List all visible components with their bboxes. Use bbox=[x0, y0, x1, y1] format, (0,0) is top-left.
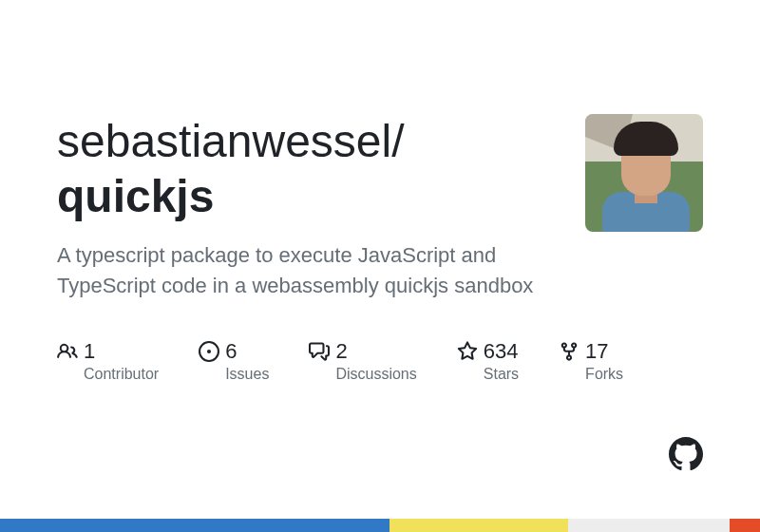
github-logo-icon[interactable] bbox=[669, 437, 703, 471]
star-icon bbox=[457, 341, 478, 362]
stars-count: 634 bbox=[484, 339, 519, 364]
discussions-label: Discussions bbox=[335, 366, 416, 383]
repo-title: sebastianwessel/ quickjs bbox=[57, 114, 560, 223]
repo-forked-icon bbox=[559, 341, 580, 362]
stars-label: Stars bbox=[484, 366, 519, 383]
language-bar bbox=[0, 519, 760, 532]
stat-contributors[interactable]: 1 Contributor bbox=[57, 339, 159, 383]
forks-count: 17 bbox=[585, 339, 608, 364]
stat-discussions[interactable]: 2 Discussions bbox=[309, 339, 416, 383]
repo-owner[interactable]: sebastianwessel bbox=[57, 116, 391, 166]
contributors-count: 1 bbox=[84, 339, 95, 364]
forks-label: Forks bbox=[585, 366, 623, 383]
issues-label: Issues bbox=[225, 366, 269, 383]
repo-name[interactable]: quickjs bbox=[57, 171, 214, 221]
lang-typescript bbox=[0, 519, 390, 532]
repo-description: A typescript package to execute JavaScri… bbox=[57, 240, 570, 301]
stat-issues[interactable]: 6 Issues bbox=[199, 339, 269, 383]
discussions-count: 2 bbox=[335, 339, 347, 364]
lang-other bbox=[568, 519, 730, 532]
title-separator: / bbox=[391, 116, 404, 166]
issues-count: 6 bbox=[225, 339, 237, 364]
comment-discussion-icon bbox=[309, 341, 330, 362]
lang-html bbox=[730, 519, 760, 532]
lang-javascript bbox=[390, 519, 568, 532]
contributors-label: Contributor bbox=[84, 366, 159, 383]
people-icon bbox=[57, 341, 78, 362]
stat-stars[interactable]: 634 Stars bbox=[457, 339, 519, 383]
owner-avatar[interactable] bbox=[585, 114, 703, 232]
stats-row: 1 Contributor 6 Issues 2 Discussions bbox=[57, 339, 703, 383]
issue-opened-icon bbox=[199, 341, 219, 362]
stat-forks[interactable]: 17 Forks bbox=[559, 339, 623, 383]
